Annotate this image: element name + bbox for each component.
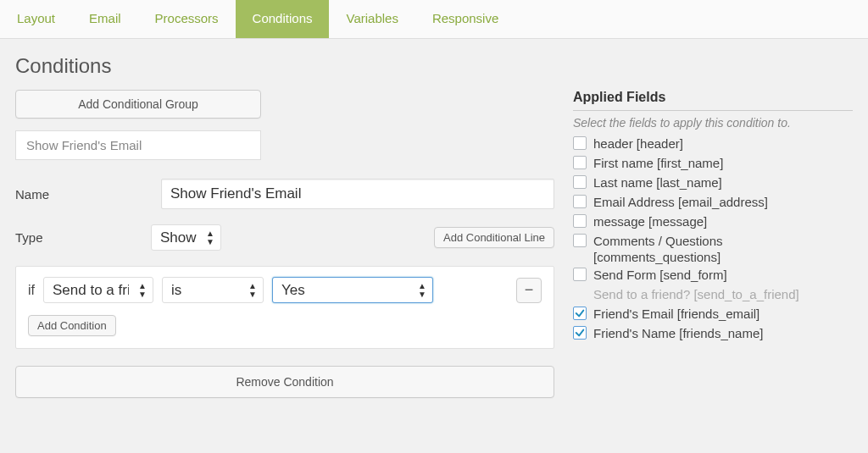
condition-value-select[interactable]: Yes <box>272 277 433 303</box>
tab-layout[interactable]: Layout <box>0 0 72 38</box>
field-checkbox[interactable] <box>573 136 587 150</box>
field-label: First name [first_name] <box>593 154 723 172</box>
field-checkbox[interactable] <box>573 214 587 228</box>
condition-field-select[interactable]: Send to a frien <box>43 277 153 303</box>
field-label: Friend's Name [friends_name] <box>593 324 763 342</box>
field-item: Send to a friend? [send_to_a_friend] <box>573 285 853 303</box>
applied-fields-heading: Applied Fields <box>573 90 853 111</box>
field-item[interactable]: First name [first_name] <box>573 154 853 172</box>
tab-responsive[interactable]: Responsive <box>415 0 515 38</box>
field-label: Send to a friend? [send_to_a_friend] <box>593 285 799 303</box>
field-label: header [header] <box>593 135 683 152</box>
condition-block: if Send to a frien is Yes <box>15 266 554 349</box>
field-label: Last name [last_name] <box>593 174 722 191</box>
add-condition-button[interactable]: Add Condition <box>28 315 116 336</box>
field-label: Comments / Questions <box>593 232 723 250</box>
remove-line-button[interactable]: − <box>516 278 542 303</box>
field-item[interactable]: Friend's Name [friends_name] <box>573 324 853 342</box>
condition-line: if Send to a frien is Yes <box>28 277 542 303</box>
field-checkbox[interactable] <box>573 268 587 281</box>
applied-fields-hint: Select the fields to apply this conditio… <box>573 116 853 130</box>
field-label: message [message] <box>593 213 707 230</box>
if-text: if <box>28 283 35 298</box>
tab-conditions[interactable]: Conditions <box>236 0 330 38</box>
tab-email[interactable]: Email <box>72 0 138 38</box>
tab-bar: Layout Email Processors Conditions Varia… <box>0 0 868 39</box>
minus-icon: − <box>525 281 534 299</box>
field-label: Email Address [email_address] <box>593 193 768 211</box>
add-conditional-line-button[interactable]: Add Conditional Line <box>434 227 554 248</box>
tab-variables[interactable]: Variables <box>329 0 415 38</box>
field-sub-label: [comments_questions] <box>573 250 853 264</box>
field-checkbox[interactable] <box>573 156 587 169</box>
name-label: Name <box>15 187 151 202</box>
field-item[interactable]: Friend's Email [friends_email] <box>573 305 853 323</box>
field-checkbox[interactable] <box>573 195 587 208</box>
conditional-group-name-display[interactable]: Show Friend's Email <box>15 130 261 160</box>
applied-fields-list: header [header]First name [first_name]La… <box>573 135 853 342</box>
field-checkbox[interactable] <box>573 234 587 247</box>
remove-condition-button[interactable]: Remove Condition <box>15 366 554 398</box>
field-item[interactable]: Comments / Questions <box>573 232 853 250</box>
field-label: Send Form [send_form] <box>593 266 727 284</box>
field-item[interactable]: Last name [last_name] <box>573 174 853 191</box>
page-title: Conditions <box>0 39 868 90</box>
field-item[interactable]: header [header] <box>573 135 853 152</box>
field-item[interactable]: message [message] <box>573 213 853 230</box>
add-conditional-group-button[interactable]: Add Conditional Group <box>15 90 261 119</box>
field-checkbox[interactable] <box>573 326 587 340</box>
name-input[interactable] <box>161 179 554 209</box>
type-label: Type <box>15 230 151 245</box>
field-item[interactable]: Email Address [email_address] <box>573 193 853 211</box>
field-checkbox[interactable] <box>573 307 587 320</box>
tab-processors[interactable]: Processors <box>138 0 236 38</box>
condition-operator-select[interactable]: is <box>162 277 264 303</box>
field-label: Friend's Email [friends_email] <box>593 305 760 323</box>
field-item[interactable]: Send Form [send_form] <box>573 266 853 284</box>
type-select[interactable]: Show <box>151 224 221 251</box>
field-checkbox[interactable] <box>573 175 587 189</box>
